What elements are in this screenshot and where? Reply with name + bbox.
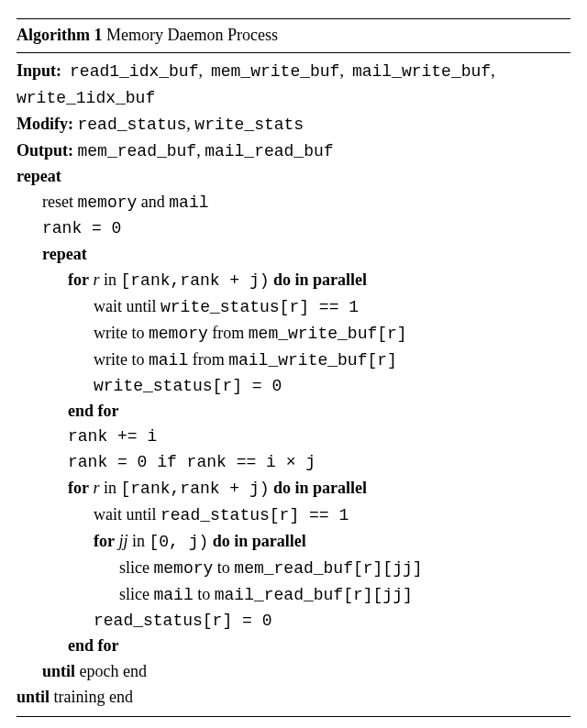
- txt: reset: [42, 193, 77, 211]
- var-memory: memory: [149, 325, 208, 343]
- kw-endfor: end for: [17, 399, 570, 425]
- kw-for: for: [94, 532, 115, 550]
- var-mail: mail: [169, 193, 208, 212]
- stmt-rs-set: read_status[r] = 0: [17, 609, 570, 634]
- txt: to: [194, 585, 215, 603]
- kw-in: in: [104, 479, 116, 497]
- stmt-reset: reset memory and mail: [17, 190, 570, 216]
- modify-item: write_stats: [194, 116, 304, 134]
- algorithm-title: Memory Daemon Process: [106, 26, 278, 44]
- kw-for: for: [68, 479, 89, 497]
- for-write: for r in [rank,rank + j) do in parallel: [17, 268, 570, 294]
- txt: from: [208, 324, 249, 342]
- algorithm-box: Algorithm 1 Memory Daemon Process Input:…: [17, 18, 570, 717]
- until-epoch: until epoch end: [17, 659, 570, 685]
- txt: write to: [94, 350, 149, 369]
- expr: mem_write_buf[r]: [249, 325, 407, 343]
- output-label: Output:: [17, 141, 73, 160]
- kw-doinpar: do in parallel: [273, 270, 367, 289]
- cond: read_status[r] == 1: [161, 506, 349, 524]
- input-line-2: write_1idx_buf: [17, 85, 570, 112]
- stmt-write-mem: write to memory from mem_write_buf[r]: [17, 321, 570, 347]
- stmt-wait-ws: wait until write_status[r] == 1: [17, 294, 570, 321]
- cond: write_status[r] == 1: [161, 298, 359, 316]
- txt: slice: [119, 585, 154, 603]
- algorithm-number: Algorithm 1: [17, 26, 103, 44]
- range: [rank,rank + j): [121, 480, 270, 498]
- kw-until: until: [17, 688, 50, 706]
- input-item: write_1idx_buf: [17, 89, 155, 107]
- kw-until: until: [42, 662, 75, 680]
- cond-training: training end: [54, 688, 133, 706]
- for-jj: for jj in [0, j) do in parallel: [17, 529, 570, 556]
- kw-repeat-inner: repeat: [17, 242, 570, 268]
- expr: mem_read_buf[r][jj]: [234, 559, 422, 578]
- var-mail: mail: [154, 586, 194, 604]
- expr: mail_write_buf[r]: [228, 351, 397, 370]
- kw-doinpar: do in parallel: [213, 532, 306, 550]
- modify-label: Modify:: [17, 115, 73, 133]
- stmt-rank-inc: rank += i: [17, 425, 570, 450]
- var-jj: jj: [118, 532, 127, 550]
- stmt-write-mail: write to mail from mail_write_buf[r]: [17, 347, 570, 374]
- stmt-slice-mem: slice memory to mem_read_buf[r][jj]: [17, 556, 570, 582]
- until-training: until training end: [17, 685, 570, 711]
- txt: wait until: [94, 505, 161, 524]
- var-mail: mail: [149, 351, 188, 370]
- kw-in: in: [104, 270, 116, 289]
- cond-epoch: epoch end: [80, 662, 147, 680]
- txt: wait until: [94, 297, 161, 315]
- txt: and: [137, 193, 169, 211]
- algorithm-header: Algorithm 1 Memory Daemon Process: [17, 19, 570, 53]
- var-r: r: [93, 479, 99, 497]
- range: [rank,rank + j): [121, 271, 270, 290]
- var-r: r: [93, 270, 99, 289]
- input-item: mem_write_buf: [211, 62, 339, 81]
- stmt-rank-reset: rank = 0 if rank == i × j: [17, 450, 570, 476]
- input-label: Input:: [17, 61, 61, 80]
- output-item: mail_read_buf: [205, 142, 333, 160]
- txt: to: [213, 558, 234, 577]
- txt: write to: [94, 324, 149, 342]
- txt: from: [188, 350, 228, 369]
- stmt-rank-init: rank = 0: [17, 216, 570, 242]
- var-memory: memory: [154, 559, 214, 578]
- input-line: Input: read1_idx_buf, mem_write_buf, mai…: [17, 59, 570, 85]
- output-line: Output: mem_read_buf, mail_read_buf: [17, 138, 570, 165]
- modify-line: Modify: read_status, write_stats: [17, 112, 570, 138]
- for-read: for r in [rank,rank + j) do in parallel: [17, 476, 570, 502]
- input-item: read1_idx_buf: [70, 62, 198, 81]
- kw-in: in: [132, 532, 145, 550]
- kw-endfor: end for: [17, 634, 570, 659]
- kw-doinpar: do in parallel: [273, 479, 367, 497]
- var-memory: memory: [77, 193, 137, 212]
- kw-repeat: repeat: [17, 164, 570, 190]
- range: [0, j): [150, 533, 209, 551]
- algorithm-body: Input: read1_idx_buf, mem_write_buf, mai…: [17, 53, 570, 716]
- kw-for: for: [68, 270, 89, 289]
- expr: mail_read_buf[r][jj]: [215, 586, 413, 604]
- txt: slice: [119, 558, 154, 577]
- stmt-wait-rs: wait until read_status[r] == 1: [17, 502, 570, 529]
- modify-item: read_status: [78, 116, 187, 134]
- stmt-slice-mail: slice mail to mail_read_buf[r][jj]: [17, 582, 570, 609]
- output-item: mem_read_buf: [78, 142, 197, 160]
- input-item: mail_write_buf: [352, 62, 491, 81]
- stmt-ws-set: write_status[r] = 0: [17, 374, 570, 400]
